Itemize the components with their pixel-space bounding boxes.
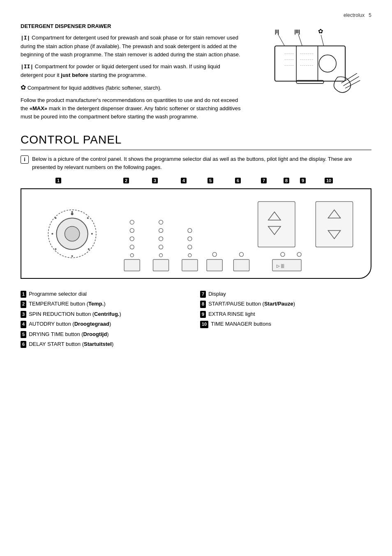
svg-point-33 [130, 254, 134, 257]
list-item-2: 2 TEMPERATURE button (Temp.) [21, 300, 192, 308]
item2-text: TEMPERATURE button (Temp.) [29, 300, 106, 308]
list-item-5: 5 DRYING TIME button (Droogtijd) [21, 331, 192, 338]
follow-text2: mark in the detergent dispenser drawer. … [21, 105, 241, 120]
svg-rect-40 [153, 259, 169, 271]
c1-symbol: |I| [21, 35, 30, 41]
item6-text: DELAY START button (Startuitstel) [29, 341, 113, 348]
svg-point-44 [188, 254, 191, 257]
num-label-4: 4 [181, 178, 187, 183]
info-text: Below is a picture of the control panel.… [32, 155, 371, 171]
svg-point-31 [130, 237, 134, 241]
badge-1: 1 [21, 291, 26, 298]
c2-text2: starting the programme. [90, 72, 146, 78]
svg-rect-6 [275, 46, 345, 81]
svg-point-20 [71, 213, 74, 215]
num-label-5: 5 [208, 178, 213, 183]
list-item-6: 6 DELAY START button (Startuitstel) [21, 341, 192, 348]
items-left-col: 1 Programme selector dial 2 TEMPERATURE … [21, 290, 192, 350]
item8-text: START/PAUSE button (Start/Pauze) [208, 300, 295, 308]
item9-text: EXTRA RINSE light [208, 310, 255, 318]
badge-4: 4 [21, 321, 26, 328]
svg-point-27 [51, 233, 53, 235]
svg-line-4 [298, 34, 302, 46]
control-panel-title: CONTROL PANEL [21, 133, 371, 146]
svg-line-3 [278, 34, 284, 46]
badge-2: 2 [21, 301, 26, 308]
c1-text: Compartment for detergent used for prewa… [21, 35, 240, 58]
svg-point-24 [88, 248, 90, 250]
list-item-9: 9 EXTRA RINSE light [200, 310, 371, 318]
num-labels-row: 1 2 3 4 5 6 7 8 9 10 [29, 178, 371, 188]
list-item-1: 1 Programme selector dial [21, 290, 192, 298]
control-panel-section: CONTROL PANEL i Below is a picture of th… [21, 133, 371, 350]
svg-text:|II|: |II| [294, 29, 300, 35]
detergent-title: DETERGENT DISPENSER DRAWER [21, 22, 244, 30]
item1-text: Programme selector dial [29, 290, 87, 298]
svg-point-39 [159, 254, 163, 257]
svg-point-19 [65, 226, 80, 241]
svg-point-21 [71, 211, 73, 213]
follow-para: Follow the product manufacturer's recomm… [21, 96, 244, 121]
svg-rect-45 [182, 259, 198, 271]
badge-8: 8 [200, 301, 206, 308]
section-divider [21, 150, 371, 150]
svg-text:▷ |||: ▷ ||| [277, 264, 284, 268]
num-label-6: 6 [235, 178, 241, 183]
svg-point-29 [130, 220, 134, 224]
item3-text: SPIN REDUCTION button (Centrifug.) [29, 310, 121, 318]
svg-point-43 [188, 245, 192, 249]
badge-5: 5 [21, 331, 26, 338]
svg-rect-47 [207, 259, 222, 271]
panel-diagram: ▷ ||| [21, 188, 371, 279]
detergent-section: DETERGENT DISPENSER DRAWER |I| Compartme… [21, 22, 371, 121]
svg-point-25 [71, 255, 73, 257]
badge-10: 10 [200, 321, 208, 328]
panel-svg: ▷ ||| [21, 189, 371, 278]
svg-text:✿: ✿ [318, 28, 323, 35]
svg-line-5 [321, 35, 324, 46]
brand-label: electrolux [344, 12, 364, 18]
item7-text: Display [208, 290, 226, 298]
list-item-3: 3 SPIN REDUCTION button (Centrifug.) [21, 310, 192, 318]
detergent-text-col: DETERGENT DISPENSER DRAWER |I| Compartme… [21, 22, 244, 121]
info-box: i Below is a picture of the control pane… [21, 155, 371, 171]
c3-symbol: ✿ [21, 84, 26, 91]
item4-text: AUTODRY button (Droogtegraad) [29, 320, 111, 328]
num-label-10: 10 [325, 178, 333, 183]
svg-point-41 [188, 229, 192, 233]
num-label-8: 8 [284, 178, 289, 183]
items-list: 1 Programme selector dial 2 TEMPERATURE … [21, 290, 371, 350]
max-bold: «MAX» [30, 105, 47, 111]
svg-rect-49 [233, 259, 249, 271]
compartment1-para: |I| Compartment for detergent used for p… [21, 34, 244, 59]
c2-bold: just before [61, 72, 88, 78]
page-number: 5 [369, 12, 371, 18]
svg-rect-50 [258, 202, 295, 247]
svg-rect-57 [316, 202, 353, 247]
svg-point-46 [212, 253, 217, 257]
num-label-9: 9 [300, 178, 306, 183]
badge-6: 6 [21, 341, 26, 348]
panel-wrapper: 1 2 3 4 5 6 7 8 9 10 [21, 178, 371, 279]
svg-point-32 [130, 245, 134, 249]
svg-point-26 [55, 248, 56, 250]
list-item-10: 10 TIME MANAGER buttons [200, 320, 371, 328]
c2-symbol: |II| [21, 64, 33, 70]
svg-rect-34 [124, 259, 140, 271]
svg-point-37 [159, 237, 163, 241]
svg-point-22 [87, 217, 89, 219]
num-label-1: 1 [55, 178, 61, 183]
svg-point-28 [55, 217, 56, 219]
list-item-7: 7 Display [200, 290, 371, 298]
svg-text:|I|: |I| [275, 29, 279, 35]
svg-point-42 [188, 237, 192, 241]
compartment2-para: |II| Compartment for powder or liquid de… [21, 63, 244, 79]
num-label-3: 3 [152, 178, 158, 183]
badge-9: 9 [200, 311, 206, 318]
item10-text: TIME MANAGER buttons [211, 320, 271, 328]
badge-7: 7 [200, 291, 206, 298]
num-label-7: 7 [261, 178, 267, 183]
info-icon: i [21, 155, 29, 164]
item5-text: DRYING TIME button (Droogtijd) [29, 331, 109, 338]
svg-point-35 [159, 220, 163, 224]
